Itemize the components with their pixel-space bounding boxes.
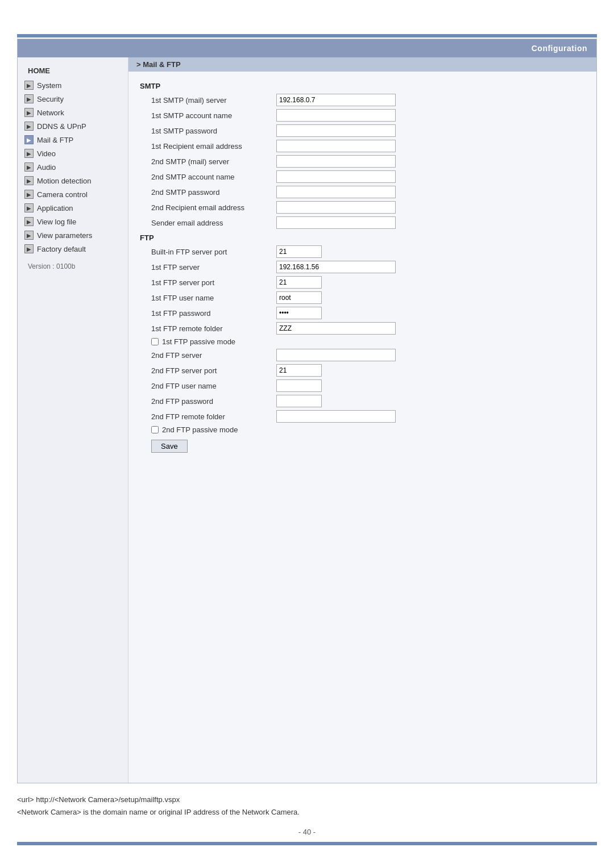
smtp-fields-container: 1st SMTP (mail) server1st SMTP account n… [140, 94, 585, 229]
sidebar-home[interactable]: HOME [18, 63, 128, 78]
input-ftp1-username[interactable] [276, 291, 322, 304]
arrow-icon-application: ▶ [24, 203, 34, 212]
input-smtp2-account[interactable] [276, 170, 396, 183]
sidebar-item-camera-control[interactable]: ▶Camera control [18, 187, 128, 201]
form-row-smtp1-server: 1st SMTP (mail) server [140, 94, 585, 106]
sidebar-item-view-log-file[interactable]: ▶View log file [18, 215, 128, 228]
ftp2-passive-mode-row: 2nd FTP passive mode [140, 425, 585, 434]
form-row-ftp1-remote-folder: 1st FTP remote folder [140, 322, 585, 335]
content-area: HOME ▶System▶Security▶Network▶DDNS & UPn… [18, 57, 596, 783]
label-sender-email: Sender email address [151, 219, 276, 227]
input-sender-email[interactable] [276, 216, 396, 229]
input-smtp2-server[interactable] [276, 155, 396, 168]
sidebar-item-mail-ftp[interactable]: ▶Mail & FTP [18, 133, 128, 147]
footer-note-2: <Network Camera> is the domain name or o… [17, 806, 597, 819]
input-smtp2-recipient[interactable] [276, 201, 396, 214]
arrow-icon-view-log-file: ▶ [24, 217, 34, 226]
label-ftp2-remote-folder: 2nd FTP remote folder [151, 412, 276, 421]
sidebar-item-factory-default[interactable]: ▶Factory default [18, 242, 128, 256]
save-btn-row: Save [140, 440, 585, 453]
form-row-smtp2-account: 2nd SMTP account name [140, 170, 585, 183]
sidebar-item-application[interactable]: ▶Application [18, 201, 128, 215]
label-smtp1-server: 1st SMTP (mail) server [151, 96, 276, 105]
arrow-icon-security: ▶ [24, 94, 34, 103]
arrow-icon-view-parameters: ▶ [24, 231, 34, 240]
sidebar-label-security: Security [37, 95, 64, 103]
input-smtp1-server[interactable] [276, 94, 396, 106]
sidebar-label-view-log-file: View log file [37, 218, 76, 226]
arrow-icon-mail-ftp: ▶ [24, 135, 34, 144]
ftp1-passive-mode-row: 1st FTP passive mode [140, 337, 585, 346]
arrow-icon-system: ▶ [24, 81, 34, 90]
input-ftp1-remote-folder[interactable] [276, 322, 396, 335]
main-container: Configuration HOME ▶System▶Security▶Netw… [17, 39, 597, 783]
form-row-ftp1-password: 1st FTP password [140, 307, 585, 319]
input-smtp1-account[interactable] [276, 109, 396, 122]
sidebar-item-video[interactable]: ▶Video [18, 147, 128, 160]
form-row-ftp2-username: 2nd FTP user name [140, 379, 585, 392]
input-ftp2-remote-folder[interactable] [276, 410, 396, 423]
footer-notes: <url> http://<Network Camera>/setup/mail… [17, 794, 597, 819]
input-ftp2-password[interactable] [276, 395, 322, 407]
label-ftp1-remote-folder: 1st FTP remote folder [151, 324, 276, 333]
label-ftp1-port: 1st FTP server port [151, 278, 276, 287]
save-button[interactable]: Save [151, 440, 188, 453]
label-ftp-builtin-port: Built-in FTP server port [151, 248, 276, 256]
form-row-ftp2-port: 2nd FTP server port [140, 364, 585, 377]
header-bar: Configuration [18, 39, 596, 57]
input-ftp-builtin-port[interactable] [276, 245, 322, 258]
ftp2-passive-mode-label: 2nd FTP passive mode [162, 425, 238, 434]
arrow-icon-camera-control: ▶ [24, 190, 34, 199]
form-row-smtp1-recipient: 1st Recipient email address [140, 140, 585, 152]
sidebar-item-network[interactable]: ▶Network [18, 106, 128, 119]
label-smtp2-account: 2nd SMTP account name [151, 173, 276, 181]
sidebar-item-ddns-upnp[interactable]: ▶DDNS & UPnP [18, 119, 128, 133]
input-smtp2-password[interactable] [276, 186, 396, 198]
ftp1-passive-mode-checkbox[interactable] [151, 338, 159, 345]
main-panel: > Mail & FTP SMTP 1st SMTP (mail) server… [128, 57, 596, 783]
sidebar-item-view-parameters[interactable]: ▶View parameters [18, 228, 128, 242]
form-row-ftp1-port: 1st FTP server port [140, 276, 585, 289]
sidebar-item-motion-detection[interactable]: ▶Motion detection [18, 174, 128, 187]
form-row-ftp2-password: 2nd FTP password [140, 395, 585, 407]
arrow-icon-factory-default: ▶ [24, 244, 34, 253]
ftp-section-title: FTP [140, 233, 585, 242]
label-smtp1-password: 1st SMTP password [151, 127, 276, 135]
input-ftp2-server[interactable] [276, 349, 396, 361]
page-wrapper: Configuration HOME ▶System▶Security▶Netw… [0, 0, 614, 868]
form-row-ftp2-server: 2nd FTP server [140, 349, 585, 361]
input-smtp1-recipient[interactable] [276, 140, 396, 152]
input-ftp2-port[interactable] [276, 364, 322, 377]
label-ftp1-username: 1st FTP user name [151, 294, 276, 302]
input-ftp1-server[interactable] [276, 261, 396, 273]
ftp-fields2-container: 2nd FTP server2nd FTP server port2nd FTP… [140, 349, 585, 423]
footer-note-1: <url> http://<Network Camera>/setup/mail… [17, 794, 597, 806]
ftp2-passive-mode-checkbox[interactable] [151, 426, 159, 433]
sidebar-label-ddns-upnp: DDNS & UPnP [37, 122, 86, 131]
smtp-section-title: SMTP [140, 82, 585, 90]
sidebar-item-system[interactable]: ▶System [18, 78, 128, 92]
form-row-smtp1-account: 1st SMTP account name [140, 109, 585, 122]
input-ftp1-port[interactable] [276, 276, 322, 289]
sidebar-item-security[interactable]: ▶Security [18, 92, 128, 106]
label-ftp1-server: 1st FTP server [151, 263, 276, 272]
sidebar-item-audio[interactable]: ▶Audio [18, 160, 128, 174]
input-ftp2-username[interactable] [276, 379, 322, 392]
label-ftp2-username: 2nd FTP user name [151, 382, 276, 390]
form-row-smtp1-password: 1st SMTP password [140, 124, 585, 137]
label-ftp2-password: 2nd FTP password [151, 397, 276, 406]
arrow-icon-audio: ▶ [24, 162, 34, 172]
form-area: SMTP 1st SMTP (mail) server1st SMTP acco… [128, 72, 596, 783]
input-ftp1-password[interactable] [276, 307, 322, 319]
ftp-fields-container: Built-in FTP server port1st FTP server1s… [140, 245, 585, 335]
breadcrumb: > Mail & FTP [128, 57, 596, 72]
form-row-sender-email: Sender email address [140, 216, 585, 229]
form-row-smtp2-password: 2nd SMTP password [140, 186, 585, 198]
top-bar [17, 34, 597, 37]
input-smtp1-password[interactable] [276, 124, 396, 137]
label-smtp1-recipient: 1st Recipient email address [151, 142, 276, 151]
header-title: Configuration [532, 44, 587, 53]
form-row-smtp2-recipient: 2nd Recipient email address [140, 201, 585, 214]
page-number: - 40 - [17, 819, 597, 841]
arrow-icon-network: ▶ [24, 108, 34, 117]
